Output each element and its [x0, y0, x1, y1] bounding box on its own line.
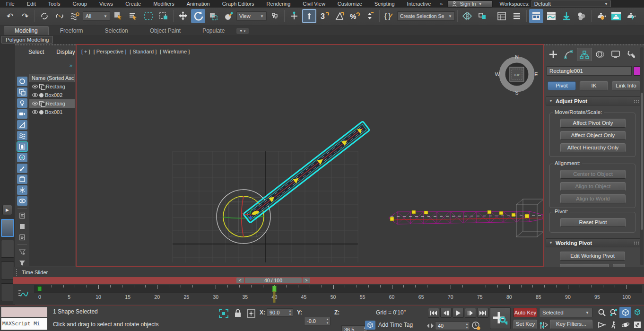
next-frame-button[interactable]: [465, 308, 476, 318]
walk-through-icon[interactable]: [608, 319, 619, 331]
modify-tab-icon[interactable]: [561, 48, 576, 61]
edit-working-pivot-button[interactable]: Edit Working Pivot: [560, 252, 625, 261]
workspace-dropdown[interactable]: Default ▼: [531, 0, 611, 7]
angle-snap-icon[interactable]: [332, 9, 347, 23]
key-filters-button[interactable]: Key Filters...: [550, 320, 592, 329]
time-slider-track[interactable]: < 40 / 100 >: [13, 277, 644, 284]
viewport-menu-standard[interactable]: [ Standard ]: [130, 49, 157, 54]
selection-lock-toggle-icon[interactable]: [234, 308, 242, 318]
ribbon-tab-modeling[interactable]: Modeling: [4, 26, 49, 35]
bind-to-space-warp-icon[interactable]: [68, 9, 82, 23]
redo-button[interactable]: ↷: [18, 9, 32, 23]
visibility-eye-icon[interactable]: [32, 110, 38, 114]
display-xrefs-icon[interactable]: [17, 153, 27, 162]
undo-button[interactable]: ↶: [3, 9, 17, 23]
panel-scrollbar-thumb[interactable]: [641, 93, 643, 230]
ribbon-tab-populate[interactable]: Populate: [192, 26, 235, 35]
mini-curve-editor-icon[interactable]: [17, 288, 29, 300]
track-bar-ruler[interactable]: [34, 285, 642, 293]
select-and-place-icon[interactable]: [221, 9, 235, 23]
display-hidden-icon[interactable]: [17, 196, 27, 206]
menu-interactive[interactable]: Interactive: [401, 0, 437, 8]
select-and-rotate-button[interactable]: [191, 9, 205, 23]
selection-filter-dropdown[interactable]: All▼: [83, 11, 110, 21]
expand-panel-button[interactable]: ▶: [2, 205, 12, 215]
time-slider-value[interactable]: 40 / 100: [245, 278, 302, 283]
absolute-mode-transform-icon[interactable]: [246, 309, 256, 318]
rendered-frame-window-icon[interactable]: [609, 9, 623, 23]
zoom-all-icon[interactable]: [608, 307, 619, 318]
keyframe-marker[interactable]: [38, 286, 42, 291]
explorer-column-header[interactable]: Name (Sorted Asce: [29, 74, 75, 82]
viewport-menu-shading[interactable]: [ Wireframe ]: [160, 49, 190, 54]
window-crossing-toggle-icon[interactable]: [157, 9, 171, 23]
motion-tab-icon[interactable]: [592, 48, 608, 61]
frame-spinner[interactable]: ▲▼: [465, 322, 469, 329]
panel-scrollbar[interactable]: [640, 47, 644, 265]
menu-civil-view[interactable]: Civil View: [296, 0, 331, 8]
lock-cell-editing-icon[interactable]: [17, 211, 27, 220]
select-and-move-icon[interactable]: [176, 9, 190, 23]
display-containers-icon[interactable]: [17, 174, 27, 184]
display-bones-icon[interactable]: [17, 164, 27, 173]
reference-coordinate-dropdown[interactable]: View▼: [236, 11, 267, 21]
time-slider-grip-icon[interactable]: [16, 269, 18, 276]
ribbon-tab-object-paint[interactable]: Object Paint: [139, 26, 191, 35]
current-frame-field[interactable]: 40▲▼: [435, 322, 470, 330]
menu-customize[interactable]: Customize: [331, 0, 368, 8]
display-spacewarps-icon[interactable]: [17, 131, 27, 140]
select-and-link-icon[interactable]: [37, 9, 52, 23]
toggle-layer-explorer-icon[interactable]: [510, 9, 524, 23]
align-icon[interactable]: [475, 9, 489, 23]
align-to-object-button[interactable]: Align to Object: [560, 182, 626, 191]
maxscript-mini-listener-output[interactable]: [1, 307, 47, 317]
menu-rendering[interactable]: Rendering: [261, 0, 297, 8]
explorer-overflow-chevron[interactable]: »: [70, 62, 72, 68]
working-pivot-rollout-header[interactable]: ▼ Working Pivot: [546, 238, 642, 247]
next-frame-nub[interactable]: >: [303, 278, 310, 283]
named-selection-sets-dropdown[interactable]: Create Selection Se▼: [397, 11, 455, 21]
display-lights-icon[interactable]: [17, 98, 27, 108]
utilities-tab-icon[interactable]: [624, 48, 639, 61]
reset-pivot-button[interactable]: Reset Pivot: [560, 218, 626, 227]
unlink-selection-icon[interactable]: [52, 9, 67, 23]
go-to-start-button[interactable]: [428, 308, 439, 318]
display-frozen-icon[interactable]: [17, 185, 27, 195]
menu-modifiers[interactable]: Modifiers: [147, 0, 181, 8]
snap-3d-icon[interactable]: 3: [317, 9, 331, 23]
menu-graph-editors[interactable]: Graph Editors: [216, 0, 261, 8]
explorer-row-box002[interactable]: Box002: [29, 91, 75, 99]
affect-object-only-button[interactable]: Affect Object Only: [560, 131, 626, 140]
x-spinner[interactable]: ▲▼: [288, 309, 292, 316]
select-and-manipulate-icon[interactable]: [287, 9, 301, 23]
toggle-ribbon-button[interactable]: [529, 9, 543, 23]
spinner-snap-icon[interactable]: [363, 9, 377, 23]
visibility-eye-icon[interactable]: [32, 102, 38, 105]
working-pivot-aux-button[interactable]: [613, 264, 625, 267]
key-mode-dropdown[interactable]: Selected▼: [539, 308, 592, 317]
affect-hierarchy-only-button[interactable]: Affect Hierarchy Only: [560, 143, 626, 152]
viewport-layout-tab[interactable]: [1, 283, 14, 301]
edit-named-selection-sets-icon[interactable]: { }: [382, 9, 396, 23]
visibility-eye-icon[interactable]: [32, 93, 38, 97]
filter-icon[interactable]: [17, 258, 27, 268]
selected-rectangle-shape[interactable]: [242, 121, 370, 224]
viewport-menu-general[interactable]: [ + ]: [81, 49, 90, 54]
polygon-modeling-button[interactable]: Polygon Modeling: [1, 36, 53, 44]
menu-animation[interactable]: Animation: [181, 0, 216, 8]
viewport-menu-pov[interactable]: [ Perspective ]: [94, 49, 127, 54]
mirror-icon[interactable]: [460, 9, 474, 23]
menu-group[interactable]: Group: [66, 0, 93, 8]
sync-selection-icon[interactable]: [17, 222, 27, 231]
y-coordinate-field[interactable]: -0.0▲▼: [304, 317, 331, 325]
time-slider-handle[interactable]: < 40 / 100 >: [236, 278, 310, 283]
sign-in-button[interactable]: Sign In ▼: [447, 0, 493, 8]
percent-snap-icon[interactable]: %: [348, 9, 362, 23]
zoom-icon[interactable]: [596, 307, 608, 318]
maximize-viewport-toggle-icon[interactable]: [631, 319, 643, 331]
menu-edit[interactable]: Edit: [21, 0, 42, 8]
previous-frame-nub[interactable]: <: [236, 278, 244, 283]
viewcube-north[interactable]: N: [515, 54, 519, 60]
zoom-region-icon[interactable]: [596, 319, 608, 331]
time-configuration-icon[interactable]: [471, 321, 481, 331]
